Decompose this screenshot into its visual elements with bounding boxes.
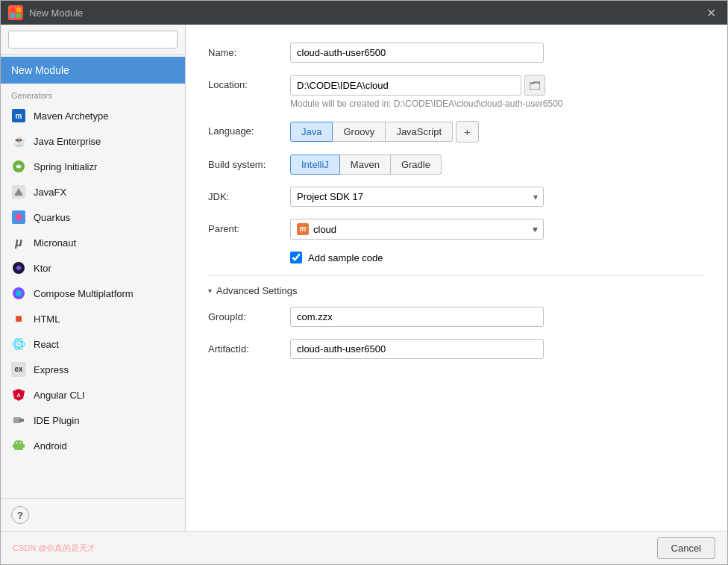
sidebar-item-angular-cli[interactable]: A Angular CLI (1, 382, 185, 408)
sidebar-item-java-enterprise[interactable]: ☕ Java Enterprise (1, 128, 185, 154)
parent-dropdown[interactable]: m cloud ▾ (290, 219, 544, 240)
sidebar-item-micronaut[interactable]: μ Micronaut (1, 230, 185, 255)
bottom-bar: CSDN @你真的是天才 Cancel (1, 531, 727, 564)
ide-plugin-icon (11, 413, 26, 428)
react-icon (11, 337, 26, 352)
jdk-select[interactable]: Project SDK 17 (290, 187, 544, 207)
jdk-control: Project SDK 17 (290, 187, 705, 207)
content-area: New Module Generators m Maven Archetype … (1, 25, 727, 531)
jdk-row: JDK: Project SDK 17 (208, 187, 705, 207)
group-id-control (290, 307, 705, 327)
sample-code-checkbox[interactable] (290, 252, 302, 263)
javafx-icon (11, 184, 26, 199)
language-label: Language: (208, 121, 290, 137)
sidebar-item-compose-multiplatform[interactable]: Compose Multiplatform (1, 281, 185, 306)
watermark: CSDN @你真的是天才 (13, 543, 95, 554)
build-maven-btn[interactable]: Maven (340, 154, 391, 175)
cancel-button[interactable]: Cancel (657, 537, 715, 559)
svg-text:A: A (16, 393, 20, 398)
compose-multiplatform-icon (11, 286, 26, 301)
spring-initializr-label: Spring Initializr (34, 161, 97, 172)
javafx-label: JavaFX (34, 187, 66, 198)
build-gradle-btn[interactable]: Gradle (391, 154, 442, 175)
svg-rect-22 (23, 444, 25, 448)
sidebar-item-react[interactable]: React (1, 331, 185, 357)
build-intellij-btn[interactable]: IntelliJ (290, 154, 340, 175)
sidebar: New Module Generators m Maven Archetype … (1, 25, 186, 531)
java-enterprise-icon: ☕ (11, 134, 26, 149)
advanced-settings-label: Advanced Settings (216, 285, 297, 296)
group-id-input[interactable] (290, 307, 544, 327)
ktor-label: Ktor (34, 263, 51, 274)
sidebar-item-html[interactable]: ■ HTML (1, 306, 185, 331)
parent-chevron-icon: ▾ (533, 225, 537, 234)
main-form: Name: Location: (186, 25, 727, 531)
location-hint: Module will be created in: D:\CODE\IDEA\… (290, 99, 705, 109)
close-button[interactable]: ✕ (702, 4, 720, 22)
svg-rect-20 (19, 419, 24, 422)
sidebar-item-new-module[interactable]: New Module (1, 57, 185, 84)
language-javascript-btn[interactable]: JavaScript (386, 122, 453, 142)
generators-label: Generators (1, 85, 185, 103)
svg-point-11 (16, 290, 22, 296)
svg-point-24 (20, 443, 22, 444)
sidebar-item-android[interactable]: Android (1, 433, 185, 458)
browse-button[interactable] (524, 75, 545, 96)
sidebar-item-maven-archetype[interactable]: m Maven Archetype (1, 103, 185, 128)
svg-point-15 (18, 343, 20, 346)
language-groovy-btn[interactable]: Groovy (333, 122, 386, 142)
artifact-id-input[interactable] (290, 339, 544, 359)
title-bar: New Module ✕ (1, 1, 727, 25)
parent-row: Parent: m cloud ▾ (208, 219, 705, 240)
main-window: New Module ✕ New Module Generators m Mav… (0, 0, 728, 565)
svg-rect-3 (16, 13, 21, 18)
search-area (1, 25, 185, 55)
react-label: React (34, 339, 59, 350)
app-icon (8, 5, 23, 20)
sidebar-item-ide-plugin[interactable]: IDE Plugin (1, 408, 185, 433)
jdk-label: JDK: (208, 187, 290, 202)
build-system-control: IntelliJ Maven Gradle (290, 154, 705, 175)
language-control: Java Groovy JavaScript + (290, 121, 705, 143)
language-add-btn[interactable]: + (456, 121, 479, 143)
sidebar-item-express[interactable]: ex Express (1, 357, 185, 382)
parent-control: m cloud ▾ (290, 219, 705, 240)
micronaut-label: Micronaut (34, 237, 76, 249)
group-id-row: GroupId: (208, 307, 705, 327)
build-system-label: Build system: (208, 154, 290, 170)
build-system-row: Build system: IntelliJ Maven Gradle (208, 154, 705, 175)
ide-plugin-label: IDE Plugin (34, 415, 79, 426)
name-label: Name: (208, 43, 290, 58)
location-input[interactable] (290, 75, 521, 96)
svg-rect-0 (10, 7, 15, 12)
help-button[interactable]: ? (11, 506, 29, 524)
artifact-id-row: ArtifactId: (208, 339, 705, 359)
parent-dropdown-wrapper: m cloud ▾ (290, 219, 544, 240)
advanced-settings-header[interactable]: ▾ Advanced Settings (208, 285, 705, 296)
quarkus-label: Quarkus (34, 212, 70, 223)
micronaut-icon: μ (11, 235, 26, 250)
group-id-label: GroupId: (208, 307, 290, 322)
sidebar-item-ktor[interactable]: Ktor (1, 255, 185, 281)
svg-rect-1 (16, 7, 21, 12)
sidebar-item-quarkus[interactable]: Quarkus (1, 205, 185, 230)
name-input[interactable] (290, 43, 544, 63)
android-icon (11, 438, 26, 453)
parent-label: Parent: (208, 219, 290, 234)
compose-multiplatform-label: Compose Multiplatform (34, 288, 134, 299)
maven-archetype-icon: m (11, 108, 26, 123)
spring-initializr-icon (11, 159, 26, 174)
location-row: Location: Module will be created in: D:\… (208, 75, 705, 109)
language-btn-group: Java Groovy JavaScript (290, 122, 453, 142)
sidebar-item-javafx[interactable]: JavaFX (1, 179, 185, 205)
sidebar-item-spring-initializr[interactable]: Spring Initializr (1, 154, 185, 179)
advanced-chevron-icon: ▾ (208, 287, 212, 295)
jdk-dropdown-wrapper: Project SDK 17 (290, 187, 544, 207)
quarkus-icon (11, 210, 26, 225)
build-system-btn-group: IntelliJ Maven Gradle (290, 154, 705, 175)
search-input[interactable] (8, 31, 178, 49)
svg-text:m: m (16, 112, 22, 120)
advanced-section: ▾ Advanced Settings GroupId: ArtifactId: (208, 275, 705, 359)
location-label: Location: (208, 75, 290, 90)
language-java-btn[interactable]: Java (290, 122, 333, 142)
